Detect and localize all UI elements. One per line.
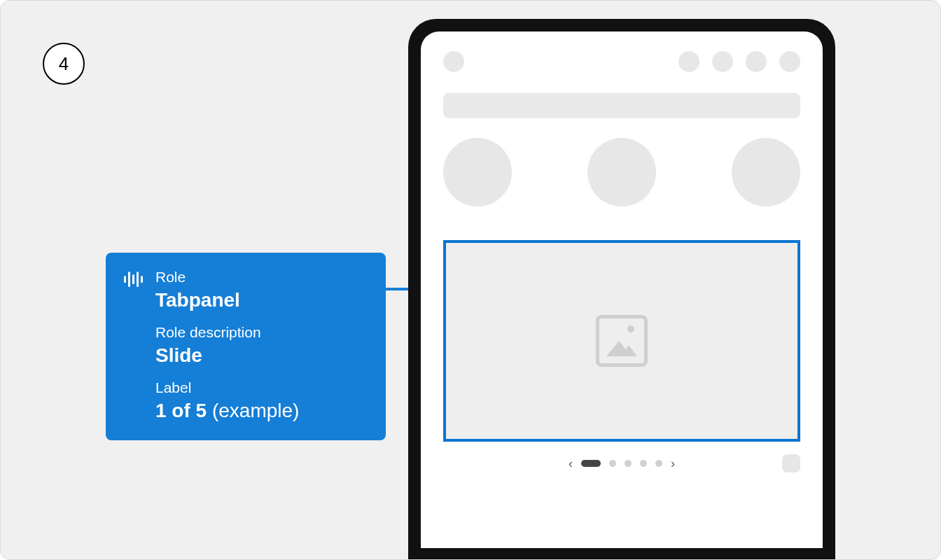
app-topbar bbox=[443, 51, 800, 72]
label-value-light: (example) bbox=[207, 400, 299, 421]
search-bar-placeholder bbox=[443, 93, 800, 118]
role-label: Role bbox=[155, 268, 368, 286]
topbar-action-icon bbox=[678, 51, 699, 72]
chevron-left-icon[interactable]: ‹ bbox=[569, 457, 573, 470]
carousel-slide-tabpanel[interactable] bbox=[443, 240, 800, 442]
role-description-value: Slide bbox=[155, 344, 368, 368]
pagination-indicator[interactable] bbox=[640, 460, 647, 467]
diagram-canvas: 4 Role Tabpanel Role description Slide L… bbox=[0, 0, 941, 560]
step-number: 4 bbox=[59, 53, 69, 75]
topbar-right bbox=[678, 51, 800, 72]
screenreader-icon bbox=[124, 271, 143, 288]
carousel: ‹ › bbox=[443, 240, 800, 470]
role-value: Tabpanel bbox=[155, 288, 368, 312]
story-avatar bbox=[587, 138, 656, 206]
accessibility-callout: Role Tabpanel Role description Slide Lab… bbox=[106, 253, 386, 440]
label-label: Label bbox=[155, 379, 368, 396]
avatar-icon bbox=[443, 51, 464, 72]
chevron-right-icon[interactable]: › bbox=[671, 457, 675, 470]
role-description-label: Role description bbox=[155, 323, 368, 341]
carousel-pagination: ‹ › bbox=[443, 457, 800, 470]
pagination-indicator-active[interactable] bbox=[581, 460, 601, 467]
carousel-action-button[interactable] bbox=[782, 454, 800, 472]
label-value: 1 of 5 (example) bbox=[155, 399, 368, 423]
topbar-action-icon bbox=[746, 51, 767, 72]
topbar-action-icon bbox=[712, 51, 733, 72]
step-number-badge: 4 bbox=[43, 43, 85, 85]
story-row bbox=[443, 138, 800, 206]
story-avatar bbox=[732, 138, 800, 206]
pagination-indicator[interactable] bbox=[609, 460, 616, 467]
label-value-bold: 1 of 5 bbox=[155, 400, 207, 421]
pagination-indicator[interactable] bbox=[625, 460, 632, 467]
phone-frame: ‹ › bbox=[408, 19, 835, 560]
phone-screen: ‹ › bbox=[421, 31, 823, 548]
story-avatar bbox=[443, 138, 512, 206]
topbar-left bbox=[443, 51, 464, 72]
image-placeholder-icon bbox=[596, 315, 648, 367]
pagination-indicator[interactable] bbox=[655, 460, 662, 467]
topbar-action-icon bbox=[779, 51, 800, 72]
